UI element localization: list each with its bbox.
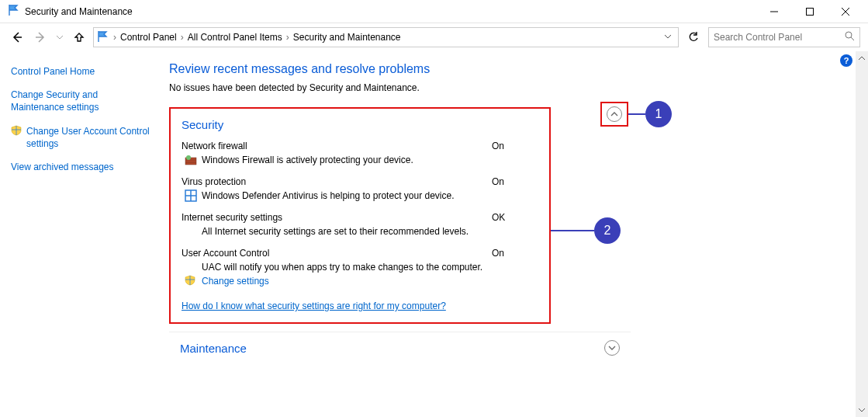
back-button[interactable]: [8, 28, 26, 47]
firewall-status: On: [492, 141, 504, 151]
refresh-button[interactable]: [683, 27, 704, 47]
search-input[interactable]: [714, 32, 845, 43]
security-item-firewall: Network firewall On Windows Firewall is …: [182, 141, 538, 165]
firewall-icon: [185, 154, 197, 169]
window-title: Security and Maintenance: [25, 6, 133, 17]
firewall-label: Network firewall: [182, 141, 492, 151]
chevron-right-icon[interactable]: ›: [111, 32, 119, 43]
uac-status: On: [492, 248, 504, 259]
security-help-link[interactable]: How do I know what security settings are…: [182, 301, 446, 311]
virus-desc: Windows Defender Antivirus is helping to…: [202, 190, 455, 201]
virus-status: On: [492, 176, 504, 187]
scroll-up-button[interactable]: [856, 51, 868, 65]
maximize-button[interactable]: [792, 0, 828, 23]
svg-rect-1: [807, 8, 814, 15]
security-item-virus: Virus protection On Windows Defender Ant…: [182, 176, 538, 201]
page-title: Review recent messages and resolve probl…: [169, 62, 854, 76]
sidebar-link-change-uac[interactable]: Change User Account Control settings: [26, 125, 152, 150]
security-item-internet: Internet security settings OK All Intern…: [182, 212, 538, 237]
address-bar[interactable]: › Control Panel › All Control Panel Item…: [93, 27, 679, 47]
minimize-button[interactable]: [756, 0, 792, 23]
maintenance-section-header[interactable]: Maintenance: [169, 332, 631, 363]
flag-icon: [8, 5, 19, 18]
recent-locations-button[interactable]: [54, 28, 65, 47]
shield-icon: [11, 125, 22, 138]
chevron-up-icon: [607, 106, 622, 122]
security-heading[interactable]: Security: [182, 118, 538, 131]
svg-point-4: [846, 32, 852, 38]
sidebar-link-home[interactable]: Control Panel Home: [11, 65, 152, 78]
annotation-connector: [628, 113, 645, 115]
forward-button[interactable]: [31, 28, 50, 47]
chevron-right-icon[interactable]: ›: [178, 32, 186, 43]
vertical-scrollbar[interactable]: [856, 51, 868, 417]
firewall-desc: Windows Firewall is actively protecting …: [202, 155, 413, 165]
virus-label: Virus protection: [182, 176, 492, 187]
breadcrumb-item[interactable]: All Control Panel Items: [186, 32, 284, 43]
search-box[interactable]: [708, 27, 860, 47]
scroll-down-button[interactable]: [856, 403, 868, 417]
breadcrumb-item[interactable]: Control Panel: [119, 32, 178, 43]
sidebar-link-change-secmaint[interactable]: Change Security and Maintenance settings: [11, 89, 152, 113]
scroll-track[interactable]: [856, 65, 868, 403]
svg-point-10: [186, 155, 191, 160]
internet-status: OK: [492, 212, 505, 223]
security-item-uac: User Account Control On UAC will notify …: [182, 248, 538, 287]
up-button[interactable]: [70, 28, 88, 47]
chevron-down-icon[interactable]: [604, 340, 620, 356]
chevron-right-icon[interactable]: ›: [284, 32, 292, 43]
sidebar: Control Panel Home Change Security and M…: [0, 51, 163, 417]
uac-label: User Account Control: [182, 248, 492, 259]
defender-icon: [185, 189, 197, 204]
content-area: ? Review recent messages and resolve pro…: [163, 51, 868, 417]
annotation-badge-2: 2: [594, 217, 621, 244]
uac-desc: UAC will notify you when apps try to mak…: [202, 262, 482, 273]
search-icon[interactable]: [845, 31, 855, 43]
internet-desc: All Internet security settings are set t…: [202, 226, 469, 237]
collapse-security-button[interactable]: [600, 102, 628, 127]
annotation-connector: [551, 230, 594, 231]
address-dropdown-button[interactable]: [661, 32, 675, 43]
breadcrumb-item[interactable]: Security and Maintenance: [292, 32, 403, 43]
page-subtext: No issues have been detected by Security…: [169, 82, 854, 93]
title-bar: Security and Maintenance: [0, 0, 868, 23]
sidebar-link-archived[interactable]: View archived messages: [11, 161, 152, 173]
svg-line-5: [851, 37, 854, 40]
nav-bar: › Control Panel › All Control Panel Item…: [0, 23, 868, 51]
flag-icon: [97, 31, 108, 44]
maintenance-heading: Maintenance: [180, 342, 604, 355]
annotation-badge-1: 1: [645, 101, 672, 127]
shield-icon: [185, 275, 195, 288]
help-icon[interactable]: ?: [840, 54, 852, 67]
security-panel: Security Network firewall On Windows Fir…: [169, 107, 551, 324]
close-button[interactable]: [828, 0, 863, 23]
internet-label: Internet security settings: [182, 212, 492, 223]
uac-change-settings-link[interactable]: Change settings: [202, 276, 269, 287]
